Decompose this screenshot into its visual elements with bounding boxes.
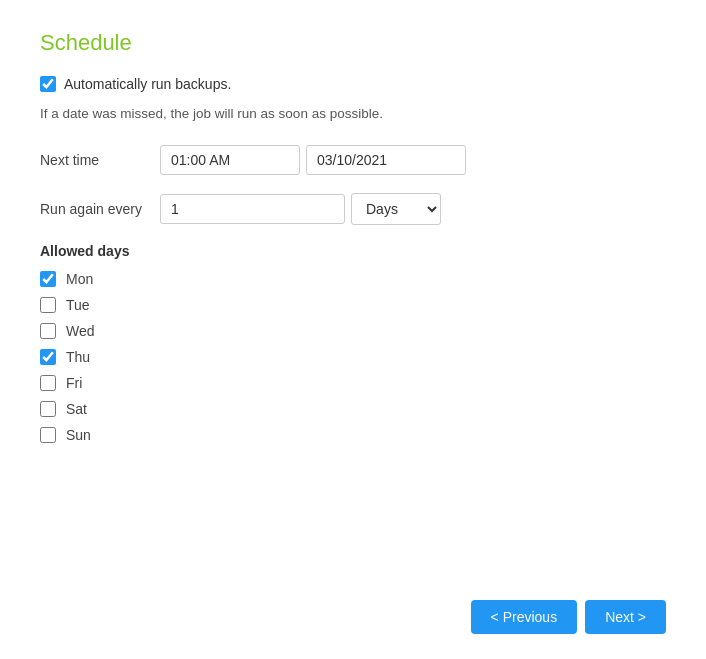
day-fri-label: Fri: [66, 375, 82, 391]
day-row-mon: Mon: [40, 271, 666, 287]
next-time-label: Next time: [40, 152, 160, 168]
day-row-fri: Fri: [40, 375, 666, 391]
run-again-unit-select[interactable]: Days Hours Weeks Months: [351, 193, 441, 225]
day-thu-label: Thu: [66, 349, 90, 365]
run-again-number-input[interactable]: [160, 194, 345, 224]
day-mon-label: Mon: [66, 271, 93, 287]
day-tue-label: Tue: [66, 297, 90, 313]
time-input[interactable]: [160, 145, 300, 175]
run-again-row: Run again every Days Hours Weeks Months: [40, 193, 666, 225]
allowed-days-label: Allowed days: [40, 243, 666, 259]
day-row-sat: Sat: [40, 401, 666, 417]
footer: < Previous Next >: [471, 600, 666, 634]
day-wed-checkbox[interactable]: [40, 323, 56, 339]
auto-backup-checkbox[interactable]: [40, 76, 56, 92]
next-time-row: Next time: [40, 145, 666, 175]
day-wed-label: Wed: [66, 323, 95, 339]
next-button[interactable]: Next >: [585, 600, 666, 634]
run-again-label: Run again every: [40, 201, 160, 217]
day-sun-checkbox[interactable]: [40, 427, 56, 443]
day-sat-label: Sat: [66, 401, 87, 417]
run-again-inputs: Days Hours Weeks Months: [160, 193, 441, 225]
day-row-sun: Sun: [40, 427, 666, 443]
day-mon-checkbox[interactable]: [40, 271, 56, 287]
page-title: Schedule: [40, 30, 666, 56]
next-time-inputs: [160, 145, 466, 175]
day-fri-checkbox[interactable]: [40, 375, 56, 391]
page-container: Schedule Automatically run backups. If a…: [0, 0, 706, 659]
day-sat-checkbox[interactable]: [40, 401, 56, 417]
day-row-thu: Thu: [40, 349, 666, 365]
auto-backup-label: Automatically run backups.: [64, 76, 231, 92]
info-text: If a date was missed, the job will run a…: [40, 106, 666, 121]
previous-button[interactable]: < Previous: [471, 600, 578, 634]
day-row-tue: Tue: [40, 297, 666, 313]
day-row-wed: Wed: [40, 323, 666, 339]
date-input[interactable]: [306, 145, 466, 175]
day-tue-checkbox[interactable]: [40, 297, 56, 313]
auto-backup-row: Automatically run backups.: [40, 76, 666, 92]
allowed-days-section: Allowed days Mon Tue Wed Thu Fri Sat Sun: [40, 243, 666, 443]
day-sun-label: Sun: [66, 427, 91, 443]
day-thu-checkbox[interactable]: [40, 349, 56, 365]
